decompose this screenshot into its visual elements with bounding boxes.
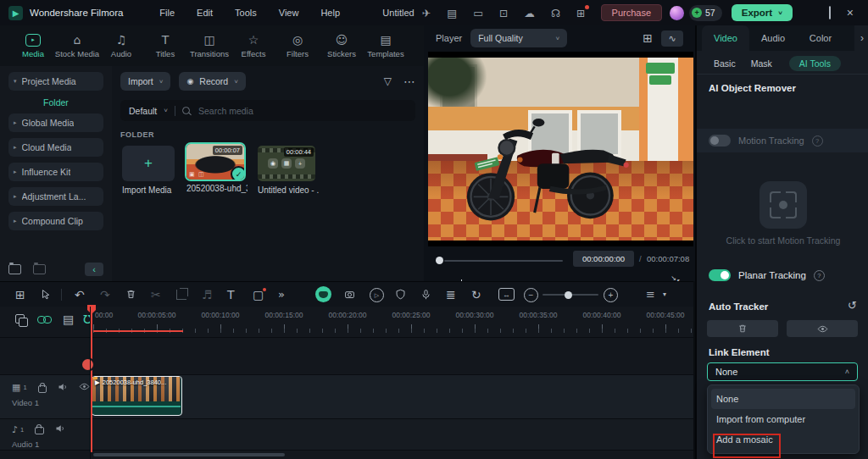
- mute-icon[interactable]: [55, 423, 65, 435]
- purchase-button[interactable]: Purchase: [601, 4, 662, 21]
- timeline-clip[interactable]: ▶20520038-uhd_3840...: [92, 376, 182, 416]
- zoom-in-icon[interactable]: +: [604, 288, 618, 302]
- subtitles-icon[interactable]: ≣: [446, 289, 456, 301]
- copy-icon[interactable]: [15, 314, 25, 324]
- sidebar-item-folder[interactable]: Folder: [0, 97, 112, 108]
- split-scissors-icon[interactable]: ✂: [151, 289, 161, 301]
- sidebar-item-compound-clip[interactable]: ▸Compound Clip: [8, 212, 103, 230]
- help-icon[interactable]: ?: [814, 270, 825, 281]
- tab-filters[interactable]: ◎Filters: [276, 34, 319, 58]
- sidebar-item-influence-kit[interactable]: ▸Influence Kit: [8, 163, 103, 181]
- subtab-ai-tools[interactable]: AI Tools: [789, 56, 841, 71]
- menu-file[interactable]: File: [148, 8, 186, 18]
- import-media-tile[interactable]: + Import Media: [122, 146, 175, 195]
- more-tools-icon[interactable]: »: [278, 289, 285, 300]
- mute-icon[interactable]: [58, 382, 68, 394]
- tab-audio[interactable]: ♫Audio: [100, 34, 142, 58]
- sidebar-item-adjustment-layer[interactable]: ▸Adjustment La...: [8, 187, 103, 206]
- playhead[interactable]: [91, 307, 92, 452]
- timeline-zoom-slider[interactable]: [542, 294, 598, 296]
- ai-object-remover-header[interactable]: AI Object Remover: [709, 83, 796, 93]
- undo-icon[interactable]: ↶: [75, 289, 85, 301]
- audio-track-lane[interactable]: [0, 419, 693, 450]
- feedback-icon[interactable]: ▤: [439, 7, 465, 19]
- menu-help[interactable]: Help: [309, 8, 351, 18]
- shield-icon[interactable]: [395, 289, 406, 301]
- quality-dropdown[interactable]: Full Quality˅: [470, 29, 567, 47]
- support-icon[interactable]: ☊: [543, 7, 568, 19]
- menu-edit[interactable]: Edit: [186, 8, 224, 18]
- close-button[interactable]: ×: [839, 6, 861, 19]
- layout-icon[interactable]: ▭: [465, 7, 491, 19]
- ai-camera-icon[interactable]: [344, 289, 355, 301]
- show-track-button[interactable]: [787, 320, 858, 337]
- tab-templates[interactable]: ▤Templates: [364, 34, 407, 58]
- lock-icon[interactable]: [38, 385, 47, 393]
- media-clip-1[interactable]: 00:00:07 ▣ ◫ ✓ 20520038-uhd_3...: [186, 144, 248, 193]
- track-layers-icon[interactable]: ▤: [63, 313, 74, 325]
- link-clips-icon[interactable]: [37, 316, 51, 323]
- subtab-basic[interactable]: Basic: [714, 58, 736, 69]
- select-cursor-icon[interactable]: [41, 289, 52, 301]
- voiceover-mic-icon[interactable]: [420, 289, 431, 301]
- menu-tools[interactable]: Tools: [224, 8, 268, 18]
- sort-dropdown[interactable]: Default: [129, 106, 157, 116]
- lock-icon[interactable]: [35, 427, 44, 434]
- more-tabs-button[interactable]: ›: [854, 25, 868, 51]
- tab-audio[interactable]: Audio: [749, 25, 797, 51]
- tab-effects[interactable]: ☆Effects: [232, 34, 275, 58]
- media-clip-2[interactable]: ◉▦+ 00:00:44 Untitled video - ...: [258, 146, 319, 195]
- filter-icon[interactable]: ▽: [384, 76, 392, 86]
- collapse-sidebar-button[interactable]: ‹: [85, 263, 103, 276]
- media-grid-icon[interactable]: ⊞: [15, 289, 25, 301]
- pip-tool-icon[interactable]: ▢: [253, 289, 264, 301]
- timeline-ruler[interactable]: 00:00 00:00:05:00 00:00:10:00 00:00:15:0…: [93, 307, 692, 337]
- tab-video[interactable]: Video: [702, 25, 749, 51]
- scopes-icon[interactable]: ∿: [661, 30, 683, 47]
- crop-icon[interactable]: [176, 290, 186, 300]
- tab-titles[interactable]: TTitles: [144, 34, 186, 58]
- tab-stickers[interactable]: ☺Stickers: [320, 34, 363, 58]
- reset-icon[interactable]: ↺: [848, 300, 857, 311]
- option-add-a-mosaic[interactable]: Add a mosaic: [708, 429, 859, 450]
- tab-media[interactable]: ▸ Media: [12, 34, 54, 58]
- coin-balance[interactable]: + 57: [689, 5, 722, 21]
- seek-track[interactable]: [444, 260, 563, 262]
- redo-icon[interactable]: ↷: [100, 289, 110, 301]
- export-button[interactable]: Export˅: [732, 4, 793, 21]
- speed-ramp-icon[interactable]: ▷: [370, 288, 384, 302]
- chevron-down-icon[interactable]: ▾: [663, 291, 666, 298]
- sidebar-item-cloud-media[interactable]: ▸Cloud Media: [8, 138, 103, 157]
- tab-transitions[interactable]: ◫Transitions: [188, 34, 231, 58]
- cloud-upload-icon[interactable]: ☁: [516, 7, 542, 19]
- motion-tracking-target[interactable]: [760, 181, 807, 229]
- zoom-out-icon[interactable]: −: [524, 288, 538, 302]
- apps-grid-icon[interactable]: ⊞: [569, 7, 593, 19]
- tab-stock-media[interactable]: ⌂Stock Media: [56, 34, 98, 58]
- grid-view-icon[interactable]: ⊞: [643, 32, 653, 44]
- menu-view[interactable]: View: [268, 8, 310, 18]
- audio-detach-icon[interactable]: ♬: [202, 289, 213, 301]
- delete-icon[interactable]: [125, 289, 136, 301]
- more-icon[interactable]: ⋯: [403, 75, 415, 87]
- link-element-select[interactable]: None ˄: [707, 362, 858, 381]
- help-icon[interactable]: ?: [812, 135, 823, 147]
- new-folder-icon[interactable]: [8, 264, 21, 274]
- search-input[interactable]: [197, 105, 353, 117]
- track-manager-icon[interactable]: ≡: [646, 289, 655, 300]
- timeline-scrollbar[interactable]: [93, 453, 285, 456]
- playhead-handle[interactable]: [81, 357, 95, 372]
- folder-icon[interactable]: [33, 264, 46, 274]
- auto-reframe-icon[interactable]: ↻: [471, 289, 481, 301]
- zoom-slider-handle[interactable]: [565, 291, 572, 299]
- tab-color[interactable]: Color: [797, 25, 844, 51]
- mosaic-face-tool-icon[interactable]: [315, 286, 331, 302]
- record-button[interactable]: ◉Record˅: [179, 72, 245, 91]
- sidebar-item-global-media[interactable]: ▸Global Media: [8, 113, 103, 132]
- option-none[interactable]: None: [711, 389, 855, 409]
- import-button[interactable]: Import˅: [120, 72, 170, 91]
- option-import-from-computer[interactable]: Import from computer: [708, 409, 859, 429]
- maximize-button[interactable]: [821, 7, 838, 19]
- text-tool-icon[interactable]: T: [227, 289, 235, 301]
- subtab-mask[interactable]: Mask: [751, 58, 772, 69]
